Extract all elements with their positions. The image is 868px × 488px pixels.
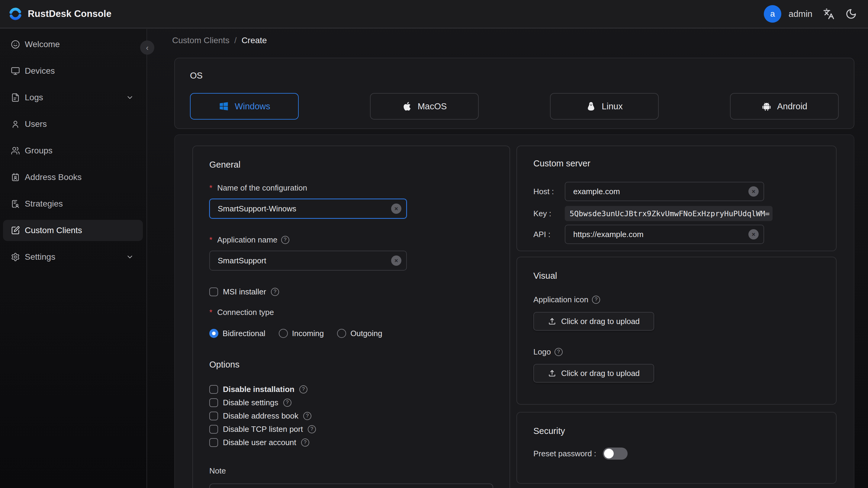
application-icon-help-icon[interactable]: ? — [592, 296, 600, 304]
breadcrumb: Custom Clients / Create — [172, 36, 267, 45]
security-title: Security — [533, 426, 820, 436]
api-label: API : — [533, 230, 565, 239]
application-name-input[interactable] — [210, 251, 406, 270]
option-disable-settings: Disable settings ? — [209, 398, 493, 407]
sidebar-collapse-button[interactable]: ‹ — [140, 40, 154, 55]
smile-icon — [11, 40, 20, 49]
disable-settings-help-icon[interactable]: ? — [283, 399, 291, 407]
connection-type-options: Bidirectional Incoming Outgoing — [209, 329, 493, 338]
os-card: OS Windows MacOS Linux Android — [174, 58, 855, 129]
language-icon[interactable] — [823, 8, 835, 20]
sidebar-item-settings[interactable]: Settings — [3, 246, 143, 268]
disable-tcp-listen-port-help-icon[interactable]: ? — [308, 425, 316, 433]
preset-password-toggle[interactable] — [603, 448, 628, 460]
edit-square-icon — [11, 226, 20, 235]
logo-label: Logo ? — [533, 347, 820, 357]
msi-installer-help-icon[interactable]: ? — [271, 288, 279, 296]
sidebar-item-logs[interactable]: Logs — [3, 87, 143, 108]
key-value: 5Qbwsde3unUcJBtrx9ZkvUmwFNoExHzpryHuPUdq… — [569, 209, 770, 218]
connection-type-label: * Connection type — [209, 307, 493, 317]
os-button-macos[interactable]: MacOS — [370, 93, 479, 120]
sidebar-item-welcome[interactable]: Welcome — [3, 34, 143, 55]
sidebar-item-label: Strategies — [25, 199, 63, 209]
application-icon-label: Application icon ? — [533, 295, 820, 304]
sidebar-item-custom-clients[interactable]: Custom Clients — [3, 220, 143, 241]
disable-user-account-help-icon[interactable]: ? — [301, 438, 309, 447]
sidebar-item-label: Welcome — [25, 39, 60, 49]
visual-card: Visual Application icon ? Click or drag … — [517, 257, 837, 405]
disable-settings-checkbox[interactable] — [209, 398, 218, 407]
sidebar-item-label: Devices — [25, 66, 55, 76]
logo-upload-button[interactable]: Click or drag to upload — [533, 364, 654, 383]
application-icon-upload-button[interactable]: Click or drag to upload — [533, 312, 654, 331]
api-input[interactable] — [565, 225, 764, 243]
disable-address-book-help-icon[interactable]: ? — [303, 412, 311, 420]
sidebar-item-devices[interactable]: Devices — [3, 60, 143, 82]
sidebar-item-label: Address Books — [25, 173, 82, 182]
radio-circle — [209, 329, 218, 338]
os-button-windows[interactable]: Windows — [190, 93, 299, 120]
strategy-doc-icon — [11, 199, 20, 208]
general-card: General * Name of the configuration ✕ * … — [192, 146, 510, 488]
key-field[interactable]: 5Qbwsde3unUcJBtrx9ZkvUmwFNoExHzpryHuPUdq… — [565, 206, 773, 221]
radio-incoming[interactable]: Incoming — [279, 329, 324, 338]
key-row: Key : 5Qbwsde3unUcJBtrx9ZkvUmwFNoExHzpry… — [533, 206, 820, 221]
clear-app-name-icon[interactable]: ✕ — [391, 255, 401, 266]
host-row: Host : ✕ — [533, 182, 820, 201]
custom-server-title: Custom server — [533, 158, 820, 169]
sidebar-item-strategies[interactable]: Strategies — [3, 193, 143, 214]
users-icon — [11, 146, 20, 155]
os-button-linux[interactable]: Linux — [550, 93, 659, 120]
user-icon — [11, 120, 20, 129]
custom-server-card: Custom server Host : ✕ Key : 5Qbwsde3unU… — [517, 146, 837, 251]
disable-user-account-checkbox[interactable] — [209, 438, 218, 447]
host-label: Host : — [533, 187, 565, 196]
username[interactable]: admin — [788, 9, 812, 19]
disable-address-book-checkbox[interactable] — [209, 411, 218, 420]
host-input[interactable] — [565, 182, 764, 201]
app-title: RustDesk Console — [28, 8, 112, 19]
option-disable-tcp-listen-port: Disable TCP listen port ? — [209, 424, 493, 434]
breadcrumb-parent[interactable]: Custom Clients — [172, 36, 229, 45]
app-name-help-icon[interactable]: ? — [281, 236, 289, 244]
configuration-name-input[interactable] — [210, 199, 406, 218]
avatar[interactable]: a — [764, 5, 781, 23]
gear-icon — [11, 252, 20, 262]
sidebar: Welcome Devices Logs Users Groups Addres… — [0, 29, 147, 488]
rustdesk-logo-icon — [8, 7, 22, 21]
logo-help-icon[interactable]: ? — [555, 348, 563, 356]
header: RustDesk Console a admin — [0, 0, 868, 28]
sidebar-item-groups[interactable]: Groups — [3, 140, 143, 161]
android-icon — [762, 101, 772, 112]
option-disable-user-account: Disable user account ? — [209, 437, 493, 447]
option-disable-installation: Disable installation ? — [209, 385, 493, 394]
dark-mode-moon-icon[interactable] — [845, 8, 857, 20]
disable-installation-help-icon[interactable]: ? — [299, 385, 307, 394]
preset-password-label: Preset password : — [533, 449, 596, 458]
radio-bidirectional[interactable]: Bidirectional — [209, 329, 266, 338]
clear-name-icon[interactable]: ✕ — [391, 204, 401, 214]
sidebar-item-label: Settings — [25, 252, 55, 262]
clear-host-icon[interactable]: ✕ — [748, 186, 759, 196]
sidebar-item-label: Custom Clients — [25, 225, 82, 235]
linux-penguin-icon — [586, 101, 596, 112]
radio-outgoing[interactable]: Outgoing — [337, 329, 382, 338]
create-form-panel: General * Name of the configuration ✕ * … — [174, 134, 855, 488]
host-input-wrap: ✕ — [565, 182, 764, 201]
clear-api-icon[interactable]: ✕ — [748, 229, 759, 240]
apple-icon — [402, 101, 412, 112]
options-title: Options — [209, 359, 493, 370]
sidebar-item-label: Groups — [25, 146, 53, 155]
options-list: Disable installation ? Disable settings … — [209, 385, 493, 447]
disable-installation-checkbox[interactable] — [209, 385, 218, 394]
msi-installer-checkbox[interactable] — [209, 287, 218, 296]
preset-password-row: Preset password : — [533, 448, 820, 460]
disable-tcp-listen-port-checkbox[interactable] — [209, 425, 218, 434]
sidebar-item-address-books[interactable]: Address Books — [3, 167, 143, 188]
sidebar-item-users[interactable]: Users — [3, 114, 143, 135]
note-label: Note — [209, 466, 493, 476]
upload-icon — [548, 369, 556, 377]
os-button-android[interactable]: Android — [730, 93, 839, 120]
note-textarea[interactable] — [209, 484, 493, 488]
os-title: OS — [190, 70, 839, 81]
